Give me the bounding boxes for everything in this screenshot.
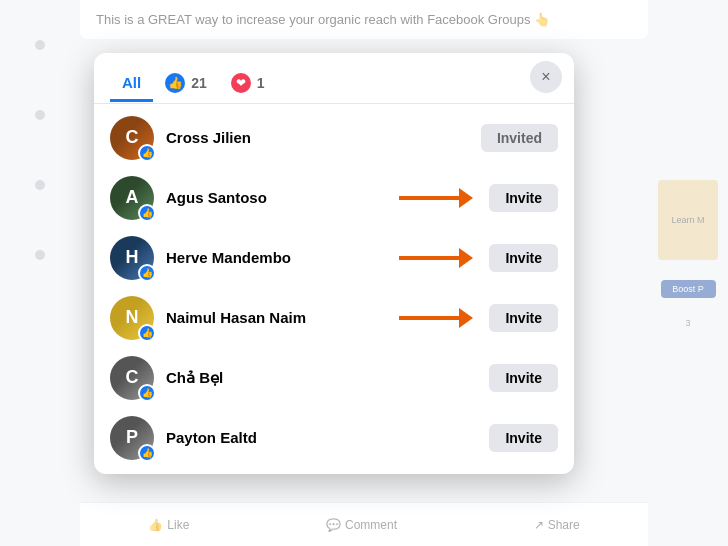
- list-item: N👍Naimul Hasan NaimInvite: [94, 288, 574, 348]
- close-button[interactable]: ×: [530, 61, 562, 93]
- tab-love[interactable]: ❤ 1: [219, 65, 277, 104]
- list-item: P👍Payton EaltdInvite: [94, 408, 574, 468]
- reaction-badge: 👍: [138, 384, 156, 402]
- like-reaction-icon: 👍: [165, 73, 185, 93]
- invite-button[interactable]: Invite: [489, 304, 558, 332]
- invite-arrow: [399, 308, 473, 328]
- avatar: A👍: [110, 176, 154, 220]
- reactions-modal: All 👍 21 ❤ 1 × C👍Cross JilienInvitedA👍Ag…: [94, 53, 574, 474]
- tab-like[interactable]: 👍 21: [153, 65, 219, 104]
- tab-all-label: All: [122, 74, 141, 91]
- user-name: Cross Jilien: [166, 129, 469, 146]
- user-name: Payton Ealtd: [166, 429, 477, 446]
- avatar: N👍: [110, 296, 154, 340]
- list-item: A👍Agus SantosoInvite: [94, 168, 574, 228]
- avatar: P👍: [110, 416, 154, 460]
- invite-button[interactable]: Invite: [489, 364, 558, 392]
- like-count: 21: [191, 75, 207, 91]
- reaction-badge: 👍: [138, 264, 156, 282]
- avatar: C👍: [110, 116, 154, 160]
- reaction-badge: 👍: [138, 204, 156, 222]
- list-item: C👍Cross JilienInvited: [94, 108, 574, 168]
- love-count: 1: [257, 75, 265, 91]
- modal-tabs: All 👍 21 ❤ 1 ×: [94, 53, 574, 104]
- user-name: Naimul Hasan Naim: [166, 309, 387, 326]
- user-name: Agus Santoso: [166, 189, 387, 206]
- reaction-badge: 👍: [138, 144, 156, 162]
- invite-arrow: [399, 248, 473, 268]
- avatar: H👍: [110, 236, 154, 280]
- invite-button[interactable]: Invite: [489, 424, 558, 452]
- list-item: C👍Chả BẹlInvite: [94, 348, 574, 408]
- invite-arrow: [399, 188, 473, 208]
- user-list: C👍Cross JilienInvitedA👍Agus SantosoInvit…: [94, 104, 574, 474]
- avatar: C👍: [110, 356, 154, 400]
- reaction-badge: 👍: [138, 444, 156, 462]
- invited-button[interactable]: Invited: [481, 124, 558, 152]
- invite-button[interactable]: Invite: [489, 184, 558, 212]
- user-name: Herve Mandembo: [166, 249, 387, 266]
- modal-backdrop: All 👍 21 ❤ 1 × C👍Cross JilienInvitedA👍Ag…: [0, 0, 728, 546]
- list-item: H👍Herve MandemboInvite: [94, 228, 574, 288]
- tab-all[interactable]: All: [110, 66, 153, 102]
- invite-button[interactable]: Invite: [489, 244, 558, 272]
- love-reaction-icon: ❤: [231, 73, 251, 93]
- reaction-badge: 👍: [138, 324, 156, 342]
- user-name: Chả Bẹl: [166, 369, 477, 387]
- list-item: L👍Leidy JhoInvite: [94, 468, 574, 474]
